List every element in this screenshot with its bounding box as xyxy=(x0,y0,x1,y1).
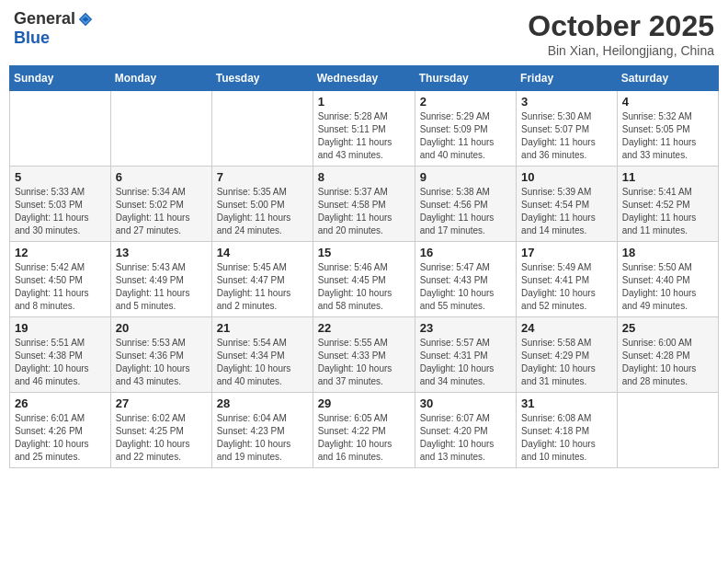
calendar-cell: 12Sunrise: 5:42 AM Sunset: 4:50 PM Dayli… xyxy=(10,242,111,317)
cell-date-number: 17 xyxy=(521,246,612,259)
title-section: October 2025 Bin Xian, Heilongjiang, Chi… xyxy=(528,9,714,58)
calendar-cell xyxy=(110,91,211,167)
cell-info-text: Sunrise: 5:39 AM Sunset: 4:54 PM Dayligh… xyxy=(521,186,612,237)
calendar-cell: 3Sunrise: 5:30 AM Sunset: 5:07 PM Daylig… xyxy=(517,91,618,167)
week-row-3: 12Sunrise: 5:42 AM Sunset: 4:50 PM Dayli… xyxy=(10,242,719,317)
cell-date-number: 1 xyxy=(318,95,410,109)
calendar-title: October 2025 xyxy=(528,9,714,43)
cell-info-text: Sunrise: 5:58 AM Sunset: 4:29 PM Dayligh… xyxy=(521,337,612,388)
calendar-subtitle: Bin Xian, Heilongjiang, China xyxy=(528,43,714,58)
calendar-cell: 17Sunrise: 5:49 AM Sunset: 4:41 PM Dayli… xyxy=(517,242,618,317)
calendar-cell: 26Sunrise: 6:01 AM Sunset: 4:26 PM Dayli… xyxy=(10,393,111,468)
cell-date-number: 9 xyxy=(420,170,511,184)
calendar-cell: 14Sunrise: 5:45 AM Sunset: 4:47 PM Dayli… xyxy=(211,242,313,317)
cell-date-number: 20 xyxy=(116,321,207,335)
calendar-cell xyxy=(617,393,718,468)
calendar-cell: 9Sunrise: 5:38 AM Sunset: 4:56 PM Daylig… xyxy=(415,167,516,242)
calendar-cell: 28Sunrise: 6:04 AM Sunset: 4:23 PM Dayli… xyxy=(211,393,313,468)
calendar-cell: 30Sunrise: 6:07 AM Sunset: 4:20 PM Dayli… xyxy=(415,393,516,468)
cell-date-number: 4 xyxy=(622,95,713,109)
cell-date-number: 5 xyxy=(15,170,106,184)
calendar-cell: 13Sunrise: 5:43 AM Sunset: 4:49 PM Dayli… xyxy=(110,242,211,317)
calendar-cell: 7Sunrise: 5:35 AM Sunset: 5:00 PM Daylig… xyxy=(211,167,313,242)
calendar-cell: 15Sunrise: 5:46 AM Sunset: 4:45 PM Dayli… xyxy=(313,242,415,317)
cell-date-number: 18 xyxy=(622,246,713,259)
cell-date-number: 12 xyxy=(15,246,106,259)
cell-info-text: Sunrise: 5:33 AM Sunset: 5:03 PM Dayligh… xyxy=(15,186,106,237)
cell-info-text: Sunrise: 5:57 AM Sunset: 4:31 PM Dayligh… xyxy=(420,337,511,388)
cell-info-text: Sunrise: 5:47 AM Sunset: 4:43 PM Dayligh… xyxy=(420,261,511,313)
cell-date-number: 11 xyxy=(622,170,713,184)
calendar-cell: 6Sunrise: 5:34 AM Sunset: 5:02 PM Daylig… xyxy=(110,167,211,242)
logo-icon xyxy=(77,11,94,28)
calendar-cell: 20Sunrise: 5:53 AM Sunset: 4:36 PM Dayli… xyxy=(110,317,211,393)
header-day-sunday: Sunday xyxy=(10,66,111,91)
calendar-cell: 19Sunrise: 5:51 AM Sunset: 4:38 PM Dayli… xyxy=(10,317,111,393)
calendar-cell: 29Sunrise: 6:05 AM Sunset: 4:22 PM Dayli… xyxy=(313,393,415,468)
cell-date-number: 15 xyxy=(318,246,410,259)
cell-info-text: Sunrise: 6:02 AM Sunset: 4:25 PM Dayligh… xyxy=(116,412,207,464)
cell-date-number: 21 xyxy=(217,321,308,335)
cell-date-number: 25 xyxy=(622,321,713,335)
cell-info-text: Sunrise: 5:41 AM Sunset: 4:52 PM Dayligh… xyxy=(622,186,713,237)
cell-date-number: 29 xyxy=(318,396,410,410)
cell-info-text: Sunrise: 5:46 AM Sunset: 4:45 PM Dayligh… xyxy=(318,261,410,313)
cell-date-number: 27 xyxy=(116,396,207,410)
cell-info-text: Sunrise: 6:07 AM Sunset: 4:20 PM Dayligh… xyxy=(420,412,511,464)
calendar-cell: 5Sunrise: 5:33 AM Sunset: 5:03 PM Daylig… xyxy=(10,167,111,242)
cell-date-number: 26 xyxy=(15,396,106,410)
cell-info-text: Sunrise: 5:37 AM Sunset: 4:58 PM Dayligh… xyxy=(318,186,410,237)
cell-info-text: Sunrise: 5:30 AM Sunset: 5:07 PM Dayligh… xyxy=(521,110,612,162)
cell-info-text: Sunrise: 5:38 AM Sunset: 4:56 PM Dayligh… xyxy=(420,186,511,237)
header-day-saturday: Saturday xyxy=(617,66,718,91)
cell-info-text: Sunrise: 5:53 AM Sunset: 4:36 PM Dayligh… xyxy=(116,337,207,388)
calendar-cell: 18Sunrise: 5:50 AM Sunset: 4:40 PM Dayli… xyxy=(617,242,718,317)
cell-date-number: 22 xyxy=(318,321,410,335)
cell-info-text: Sunrise: 5:54 AM Sunset: 4:34 PM Dayligh… xyxy=(217,337,308,388)
cell-date-number: 30 xyxy=(420,396,511,410)
cell-date-number: 13 xyxy=(116,246,207,259)
cell-info-text: Sunrise: 6:04 AM Sunset: 4:23 PM Dayligh… xyxy=(217,412,308,464)
week-row-1: 1Sunrise: 5:28 AM Sunset: 5:11 PM Daylig… xyxy=(10,91,719,167)
calendar-cell: 24Sunrise: 5:58 AM Sunset: 4:29 PM Dayli… xyxy=(517,317,618,393)
cell-date-number: 19 xyxy=(15,321,106,335)
calendar-cell: 1Sunrise: 5:28 AM Sunset: 5:11 PM Daylig… xyxy=(313,91,415,167)
cell-date-number: 14 xyxy=(217,246,308,259)
cell-info-text: Sunrise: 5:55 AM Sunset: 4:33 PM Dayligh… xyxy=(318,337,410,388)
week-row-4: 19Sunrise: 5:51 AM Sunset: 4:38 PM Dayli… xyxy=(10,317,719,393)
cell-date-number: 6 xyxy=(116,170,207,184)
cell-date-number: 28 xyxy=(217,396,308,410)
calendar-cell: 22Sunrise: 5:55 AM Sunset: 4:33 PM Dayli… xyxy=(313,317,415,393)
cell-info-text: Sunrise: 5:34 AM Sunset: 5:02 PM Dayligh… xyxy=(116,186,207,237)
cell-date-number: 3 xyxy=(521,95,612,109)
cell-info-text: Sunrise: 6:05 AM Sunset: 4:22 PM Dayligh… xyxy=(318,412,410,464)
cell-info-text: Sunrise: 5:43 AM Sunset: 4:49 PM Dayligh… xyxy=(116,261,207,313)
calendar-cell: 16Sunrise: 5:47 AM Sunset: 4:43 PM Dayli… xyxy=(415,242,516,317)
cell-date-number: 2 xyxy=(420,95,511,109)
calendar-cell: 11Sunrise: 5:41 AM Sunset: 4:52 PM Dayli… xyxy=(617,167,718,242)
logo-blue-text: Blue xyxy=(14,29,50,48)
cell-info-text: Sunrise: 5:35 AM Sunset: 5:00 PM Dayligh… xyxy=(217,186,308,237)
calendar-cell: 31Sunrise: 6:08 AM Sunset: 4:18 PM Dayli… xyxy=(517,393,618,468)
cell-info-text: Sunrise: 6:00 AM Sunset: 4:28 PM Dayligh… xyxy=(622,337,713,388)
header-day-tuesday: Tuesday xyxy=(211,66,313,91)
calendar-cell: 4Sunrise: 5:32 AM Sunset: 5:05 PM Daylig… xyxy=(617,91,718,167)
week-row-2: 5Sunrise: 5:33 AM Sunset: 5:03 PM Daylig… xyxy=(10,167,719,242)
cell-date-number: 10 xyxy=(521,170,612,184)
cell-info-text: Sunrise: 5:28 AM Sunset: 5:11 PM Dayligh… xyxy=(318,110,410,162)
cell-date-number: 16 xyxy=(420,246,511,259)
cell-date-number: 7 xyxy=(217,170,308,184)
header-day-wednesday: Wednesday xyxy=(313,66,415,91)
calendar-cell xyxy=(10,91,111,167)
cell-date-number: 8 xyxy=(318,170,410,184)
logo-general-text: General xyxy=(14,9,75,29)
calendar-cell: 21Sunrise: 5:54 AM Sunset: 4:34 PM Dayli… xyxy=(211,317,313,393)
header-day-monday: Monday xyxy=(110,66,211,91)
header-day-friday: Friday xyxy=(517,66,618,91)
calendar-cell: 10Sunrise: 5:39 AM Sunset: 4:54 PM Dayli… xyxy=(517,167,618,242)
cell-info-text: Sunrise: 5:50 AM Sunset: 4:40 PM Dayligh… xyxy=(622,261,713,313)
cell-info-text: Sunrise: 6:08 AM Sunset: 4:18 PM Dayligh… xyxy=(521,412,612,464)
calendar-cell: 27Sunrise: 6:02 AM Sunset: 4:25 PM Dayli… xyxy=(110,393,211,468)
cell-info-text: Sunrise: 6:01 AM Sunset: 4:26 PM Dayligh… xyxy=(15,412,106,464)
calendar-cell: 25Sunrise: 6:00 AM Sunset: 4:28 PM Dayli… xyxy=(617,317,718,393)
